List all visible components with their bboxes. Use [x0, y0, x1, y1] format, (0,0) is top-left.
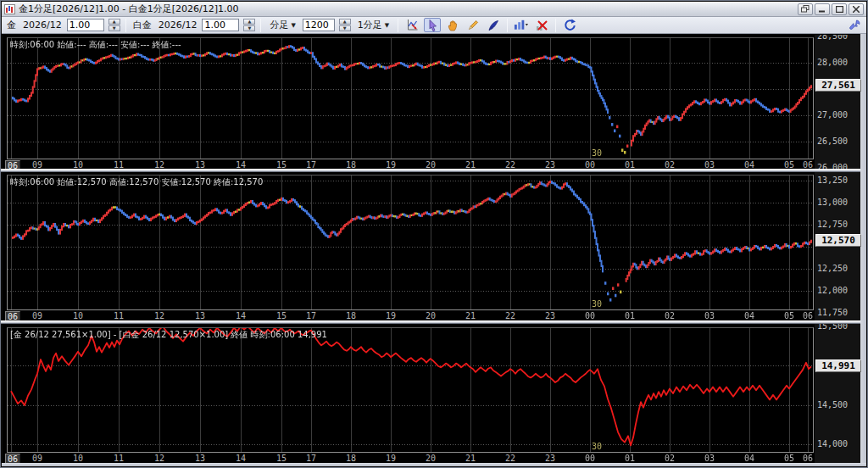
x-axis-label: 23 — [545, 311, 555, 320]
chart-canvas-spread-gold-minus-platinum[interactable] — [8, 328, 813, 452]
y-axis-label: 13,000 — [817, 198, 848, 207]
x-axis-label: 00 — [585, 160, 595, 169]
app-candlestick-icon — [4, 4, 15, 14]
x-axis-label: 02 — [665, 311, 675, 320]
y-axis-label: 15,500 — [817, 324, 848, 331]
x-axis-label: 11 — [114, 160, 124, 169]
bar-chart-type-icon[interactable] — [513, 18, 530, 32]
x-axis-label: 20 — [426, 160, 436, 169]
chart-area: 時刻:06:00 始値:--- 高値:--- 安値:--- 終値:---28,5… — [3, 34, 867, 465]
x-axis-label: 14 — [236, 311, 246, 320]
toolbar: 金 2026/12 ▲▼ 白金 2026/12 ▲▼ 分足▼ ▲▼ 1分足▼ — [2, 17, 866, 34]
close-button[interactable] — [849, 3, 864, 15]
x-axis-label: 01 — [625, 160, 635, 169]
panel-splitter-2[interactable] — [1, 320, 865, 324]
delete-drawing-icon[interactable] — [533, 18, 550, 32]
title-bar: 金1分足[2026/12]1.00 - 白金1分足[2026/12]1.00 — [2, 2, 866, 17]
x-axis-label: 05 — [784, 160, 794, 169]
x-axis-label: 06 — [5, 311, 20, 320]
y-axis-label: 28,000 — [817, 58, 848, 67]
panel-splitter-1[interactable] — [1, 169, 865, 172]
x-axis-label: 00 — [585, 311, 595, 320]
y-axis-label: 12,250 — [817, 264, 848, 273]
platinum-ratio-spinner[interactable]: ▲▼ — [243, 19, 255, 31]
gold-ratio-spinner[interactable]: ▲▼ — [108, 19, 120, 31]
x-axis-label: 21 — [465, 311, 476, 320]
window-title: 金1分足[2026/12]1.00 - 白金1分足[2026/12]1.00 — [19, 3, 798, 15]
minimize-button[interactable] — [815, 3, 830, 15]
price-axis[interactable]: 13,25013,00012,75012,25012,00011,75012,5… — [815, 172, 863, 320]
x-axis-label: 06 — [803, 160, 813, 169]
float-window-button[interactable] — [798, 3, 813, 15]
bar-count-input[interactable] — [303, 19, 335, 31]
x-axis-label: 01 — [625, 311, 635, 320]
chart-cursor-icon[interactable] — [403, 18, 420, 32]
interval-dropdown[interactable]: 1分足▼ — [354, 17, 392, 33]
toolbar-separator — [398, 19, 398, 32]
x-axis-label: 06 — [803, 311, 813, 320]
chart-canvas-gold-1min[interactable] — [8, 38, 813, 159]
chart-canvas-platinum-1min[interactable] — [8, 176, 813, 309]
chevron-down-icon: ▼ — [385, 22, 389, 29]
x-axis-label: 22 — [505, 454, 515, 463]
price-axis[interactable]: 28,50028,00027,00026,50026,00027,561 — [815, 35, 863, 169]
x-axis-label: 11 — [114, 311, 124, 320]
y-axis-label: 11,750 — [817, 308, 848, 317]
x-axis-label: 18 — [346, 160, 356, 169]
gold-month-label: 2026/12 — [21, 20, 64, 31]
platinum-ratio-input[interactable] — [202, 19, 239, 31]
chart-panel-platinum-1min: 時刻:06:00 始値:12,570 高値:12,570 安値:12,570 終… — [3, 172, 867, 320]
panel-info-text: 時刻:06:00 始値:12,570 高値:12,570 安値:12,570 終… — [10, 176, 263, 188]
x-axis-label: 15 — [276, 160, 287, 169]
y-axis-label: 12,750 — [817, 220, 848, 229]
toolbar-separator — [260, 19, 261, 32]
x-axis-label: 12 — [154, 454, 164, 463]
x-axis-label: 19 — [386, 454, 396, 463]
app-window: 金1分足[2026/12]1.00 - 白金1分足[2026/12]1.00 金… — [0, 0, 868, 468]
x-axis-label: 13 — [195, 160, 205, 169]
x-axis-label: 01 — [625, 454, 635, 463]
bar-type-dropdown[interactable]: 分足▼ — [266, 17, 298, 33]
quill-draw-icon[interactable] — [485, 18, 502, 32]
bar-count-spinner[interactable]: ▲▼ — [339, 19, 351, 31]
x-axis-label: 13 — [195, 311, 205, 320]
y-axis-label: 26,500 — [817, 136, 848, 146]
price-axis[interactable]: 15,50014,50014,00014,991 — [815, 324, 863, 464]
x-axis-label: 17 — [306, 454, 316, 463]
window-right-frame — [860, 34, 866, 463]
y-axis-label: 13,250 — [817, 176, 848, 185]
chart-panel-spread-gold-minus-platinum: [金 26/12 27,561×1.00] - [白金 26/12 12,570… — [3, 324, 867, 464]
pencil-draw-icon[interactable] — [465, 18, 481, 32]
wrench-settings-icon[interactable] — [846, 18, 863, 32]
panel-info-text: [金 26/12 27,561×1.00] - [白金 26/12 12,570… — [10, 329, 327, 341]
x-axis-label: 09 — [32, 454, 42, 463]
x-axis-label: 10 — [73, 160, 83, 169]
x-axis-label: 23 — [545, 454, 555, 463]
x-axis-label: 17 — [306, 160, 316, 169]
pointer-select-icon[interactable] — [424, 18, 441, 32]
x-axis-label: 14 — [236, 454, 246, 463]
panel-info-text: 時刻:06:00 始値:--- 高値:--- 安値:--- 終値:--- — [10, 39, 181, 51]
x-axis-label: 09 — [32, 160, 42, 169]
refresh-icon[interactable] — [561, 18, 578, 32]
x-axis-label: 19 — [386, 160, 396, 169]
gold-ratio-input[interactable] — [67, 19, 104, 31]
hand-pan-icon[interactable] — [444, 18, 461, 32]
x-axis-label: 04 — [744, 454, 754, 463]
x-axis-label: 00 — [585, 454, 595, 463]
y-axis-label: 28,500 — [817, 35, 848, 41]
x-axis-label: 03 — [704, 160, 715, 169]
x-axis-label: 05 — [784, 454, 794, 463]
x-axis-label: 18 — [346, 454, 356, 463]
x-axis-label: 23 — [545, 160, 555, 169]
y-axis-label: 26,000 — [817, 163, 848, 169]
toolbar-separator — [555, 19, 556, 32]
day-change-label: 30 — [592, 299, 602, 309]
x-axis-label: 19 — [386, 311, 396, 320]
y-axis-label: 12,000 — [817, 286, 848, 295]
maximize-button[interactable] — [832, 3, 847, 15]
x-axis-label: 21 — [465, 160, 476, 169]
platinum-label: 白金 — [131, 19, 153, 31]
toolbar-separator — [507, 19, 508, 32]
x-axis-label: 18 — [346, 311, 356, 320]
